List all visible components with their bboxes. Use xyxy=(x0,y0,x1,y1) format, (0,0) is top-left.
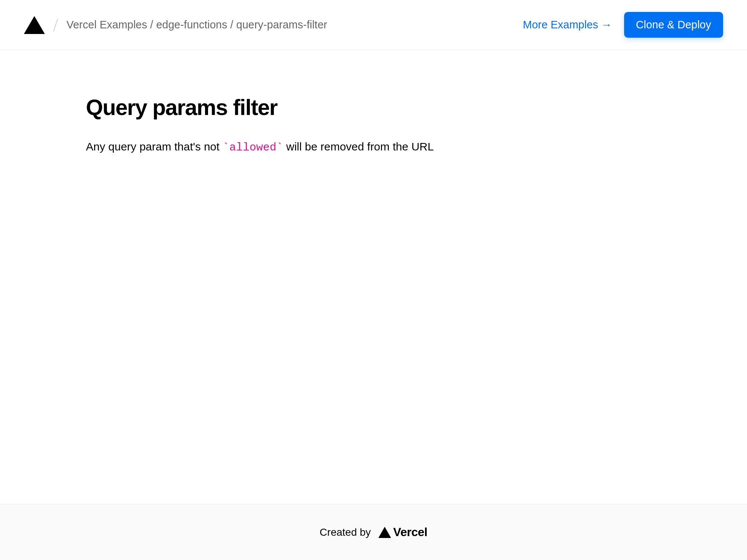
vercel-logo-icon xyxy=(24,16,45,34)
header-right: More Examples → Clone & Deploy xyxy=(523,12,723,38)
header: Vercel Examples / edge-functions / query… xyxy=(0,0,747,50)
vercel-brand-text: Vercel xyxy=(393,525,427,539)
breadcrumb[interactable]: Vercel Examples / edge-functions / query… xyxy=(66,19,327,31)
footer-created-by: Created by xyxy=(320,526,371,538)
description-before: Any query param that's not xyxy=(86,140,223,153)
main-content: Query params filter Any query param that… xyxy=(0,50,747,504)
slash-divider-icon xyxy=(53,18,58,31)
header-left: Vercel Examples / edge-functions / query… xyxy=(24,16,327,34)
vercel-footer-icon xyxy=(378,527,391,538)
clone-deploy-button[interactable]: Clone & Deploy xyxy=(624,12,723,38)
vercel-logo-link[interactable] xyxy=(24,16,45,34)
page-title: Query params filter xyxy=(86,95,661,120)
code-inline: `allowed` xyxy=(223,141,283,154)
vercel-footer-link[interactable]: Vercel xyxy=(378,525,427,539)
more-examples-link[interactable]: More Examples → xyxy=(523,19,612,31)
more-examples-label: More Examples xyxy=(523,19,598,31)
footer: Created by Vercel xyxy=(0,504,747,560)
arrow-right-icon: → xyxy=(601,19,612,31)
description: Any query param that's not `allowed` wil… xyxy=(86,138,661,156)
description-after: will be removed from the URL xyxy=(283,140,434,153)
